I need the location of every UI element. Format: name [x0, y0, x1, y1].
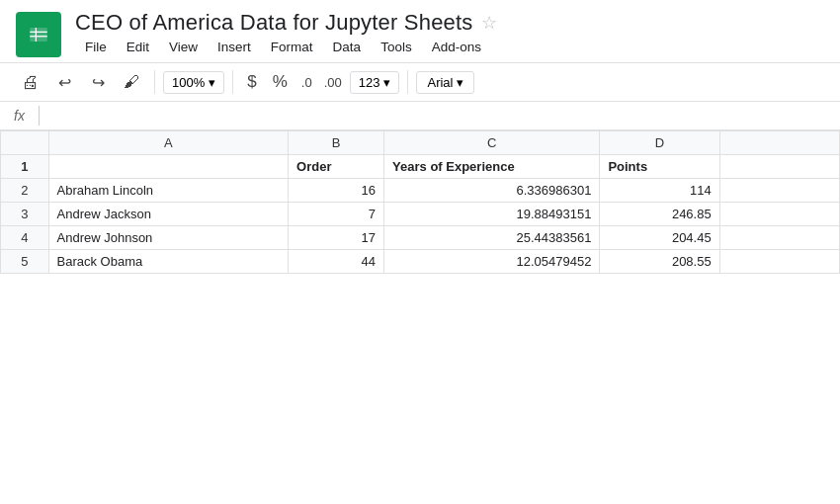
- header-right: CEO of America Data for Jupyter Sheets ☆…: [75, 10, 497, 58]
- menu-insert[interactable]: Insert: [208, 36, 261, 58]
- col-header-b[interactable]: B: [289, 131, 384, 155]
- table-cell[interactable]: 204.45: [600, 226, 719, 250]
- table-cell[interactable]: Abraham Lincoln: [48, 179, 289, 203]
- table-cell[interactable]: Order: [289, 155, 384, 179]
- table-cell[interactable]: 12.05479452: [384, 250, 600, 274]
- sheet-table: A B C D 1OrderYears of ExperiencePoints2…: [0, 130, 840, 274]
- star-icon[interactable]: ☆: [481, 12, 497, 34]
- app-logo: [16, 12, 61, 57]
- table-cell[interactable]: 19.88493151: [384, 203, 600, 226]
- table-row: 4Andrew Johnson1725.44383561204.45: [1, 226, 840, 250]
- table-cell[interactable]: [719, 155, 839, 179]
- formula-bar-separator: [39, 106, 40, 126]
- zoom-chevron: ▾: [209, 75, 215, 90]
- table-cell[interactable]: 25.44383561: [384, 226, 600, 250]
- row-header[interactable]: 3: [1, 203, 49, 226]
- zoom-selector[interactable]: 100% ▾: [163, 71, 224, 94]
- table-cell[interactable]: Years of Experience: [384, 155, 600, 179]
- table-cell[interactable]: [719, 179, 839, 203]
- col-header-e[interactable]: [719, 131, 839, 155]
- paint-format-icon: 🖌: [124, 73, 139, 91]
- table-row: 2Abraham Lincoln166.336986301114: [1, 179, 840, 203]
- table-cell[interactable]: [48, 155, 289, 179]
- menu-file[interactable]: File: [75, 36, 117, 58]
- redo-button[interactable]: ↪: [83, 67, 113, 97]
- menu-bar: File Edit View Insert Format Data Tools …: [75, 36, 497, 58]
- print-button[interactable]: 🖨: [16, 67, 45, 97]
- paint-format-button[interactable]: 🖌: [117, 67, 146, 97]
- table-cell[interactable]: 44: [289, 250, 384, 274]
- table-cell[interactable]: Points: [600, 155, 719, 179]
- menu-edit[interactable]: Edit: [117, 36, 159, 58]
- row-header[interactable]: 1: [1, 155, 49, 179]
- row-header[interactable]: 2: [1, 179, 49, 203]
- table-cell[interactable]: 17: [289, 226, 384, 250]
- toolbar-separator-3: [407, 70, 408, 94]
- decimal-increase-button[interactable]: .00: [320, 71, 346, 94]
- dollar-button[interactable]: $: [241, 68, 262, 96]
- decimal-reduce-button[interactable]: .0: [297, 71, 316, 94]
- col-header-c[interactable]: C: [384, 131, 600, 155]
- table-row: 1OrderYears of ExperiencePoints: [1, 155, 840, 179]
- toolbar: 🖨 ↩ ↪ 🖌 100% ▾ $ % .0 .00 123 ▾ Arial ▾: [0, 62, 840, 102]
- table-cell[interactable]: 246.85: [600, 203, 719, 226]
- percent-button[interactable]: %: [267, 68, 294, 96]
- col-header-d[interactable]: D: [600, 131, 719, 155]
- table-cell[interactable]: 208.55: [600, 250, 719, 274]
- table-cell[interactable]: Barack Obama: [48, 250, 289, 274]
- spreadsheet: A B C D 1OrderYears of ExperiencePoints2…: [0, 130, 840, 274]
- document-title[interactable]: CEO of America Data for Jupyter Sheets: [75, 10, 473, 36]
- table-cell[interactable]: 6.336986301: [384, 179, 600, 203]
- number-format-selector[interactable]: 123 ▾: [350, 71, 400, 94]
- menu-tools[interactable]: Tools: [371, 36, 422, 58]
- table-cell[interactable]: Andrew Jackson: [48, 203, 289, 226]
- undo-icon: ↩: [58, 73, 71, 92]
- font-chevron: ▾: [457, 75, 463, 90]
- table-row: 5Barack Obama4412.05479452208.55: [1, 250, 840, 274]
- col-header-a[interactable]: A: [48, 131, 289, 155]
- table-cell[interactable]: [719, 203, 839, 226]
- fx-label: fx: [8, 108, 31, 124]
- table-cell[interactable]: 16: [289, 179, 384, 203]
- row-header[interactable]: 5: [1, 250, 49, 274]
- app-header: CEO of America Data for Jupyter Sheets ☆…: [0, 0, 840, 62]
- menu-addons[interactable]: Add-ons: [422, 36, 491, 58]
- table-cell[interactable]: [719, 250, 839, 274]
- table-cell[interactable]: 114: [600, 179, 719, 203]
- toolbar-separator-2: [232, 70, 233, 94]
- zoom-value: 100%: [172, 75, 205, 90]
- toolbar-separator-1: [154, 70, 155, 94]
- formula-input[interactable]: [47, 109, 832, 124]
- row-header[interactable]: 4: [1, 226, 49, 250]
- table-cell[interactable]: [719, 226, 839, 250]
- undo-button[interactable]: ↩: [49, 67, 79, 97]
- table-row: 3Andrew Jackson719.88493151246.85: [1, 203, 840, 226]
- menu-format[interactable]: Format: [261, 36, 323, 58]
- menu-view[interactable]: View: [159, 36, 208, 58]
- number-format-value: 123: [359, 75, 380, 90]
- svg-rect-1: [30, 28, 47, 42]
- table-cell[interactable]: Andrew Johnson: [48, 226, 289, 250]
- corner-header: [1, 131, 49, 155]
- menu-data[interactable]: Data: [323, 36, 372, 58]
- number-format-chevron: ▾: [383, 75, 390, 90]
- redo-icon: ↪: [92, 73, 105, 92]
- font-selector[interactable]: Arial ▾: [416, 71, 474, 94]
- table-cell[interactable]: 7: [289, 203, 384, 226]
- print-icon: 🖨: [22, 72, 40, 93]
- formula-bar: fx: [0, 102, 840, 130]
- font-value: Arial: [427, 75, 453, 90]
